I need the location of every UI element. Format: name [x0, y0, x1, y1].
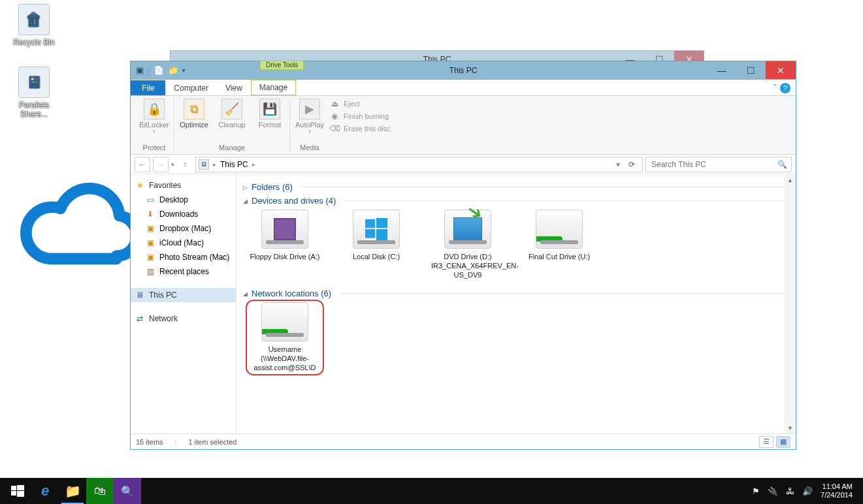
svg-rect-2: [365, 229, 375, 238]
system-menu-icon[interactable]: ▣: [136, 65, 144, 75]
refresh-button[interactable]: ⟳: [624, 157, 640, 172]
expand-expanded-icon: ◢: [243, 291, 248, 297]
qat-separator: |: [148, 65, 150, 75]
tab-view[interactable]: View: [217, 80, 251, 95]
store-icon: 🛍: [94, 484, 106, 498]
hard-drive-icon: [353, 210, 400, 249]
status-item-count: 16 items: [136, 438, 163, 446]
network-location-webdav[interactable]: Username (\\WebDAV.file-assist.com@SSL\D: [248, 302, 321, 372]
maximize-button[interactable]: ☐: [736, 61, 766, 79]
desktop-icon-parallels-share[interactable]: 🖥 Parallels Share...: [8, 67, 60, 119]
back-button[interactable]: ←: [135, 157, 150, 172]
forward-button[interactable]: →: [153, 157, 169, 172]
tray-power-icon[interactable]: 🔌: [768, 486, 778, 496]
taskbar: e 📁 🛍 🔍 ⚑ 🔌 🖧 🔊 11:04 AM 7/24/2014: [0, 478, 863, 504]
autoplay-icon: ▶: [299, 99, 320, 119]
tray-volume-icon[interactable]: 🔊: [802, 486, 813, 496]
svg-rect-1: [376, 218, 387, 228]
svg-rect-0: [365, 219, 375, 228]
breadcrumb-this-pc[interactable]: This PC: [220, 160, 248, 169]
taskbar-search-button[interactable]: 🔍: [114, 478, 141, 504]
taskbar-store-button[interactable]: 🛍: [86, 478, 114, 504]
address-toolbar: ← → ▾ ↑ 🖥 ▸ This PC ▸ ▾ ⟳ 🔍: [131, 155, 796, 174]
floppy-drive-icon: [261, 210, 308, 249]
tray-flag-icon[interactable]: ⚑: [752, 486, 760, 496]
status-selected-count: 1 item selected: [188, 438, 236, 446]
nav-item-photostream[interactable]: ▣Photo Stream (Mac): [131, 250, 236, 264]
burn-icon: ◉: [329, 111, 340, 121]
status-bar: 16 items | 1 item selected ☰ ▦: [131, 433, 796, 449]
section-devices[interactable]: ◢ Devices and drives (4): [243, 196, 789, 206]
folder-icon: ▣: [145, 252, 155, 262]
start-button[interactable]: [4, 478, 31, 504]
details-view-button[interactable]: ☰: [759, 436, 773, 448]
system-tray: ⚑ 🔌 🖧 🔊 11:04 AM 7/24/2014: [752, 482, 859, 499]
scrollbar[interactable]: ▲ ▼: [785, 174, 796, 433]
cleanup-button: 🧹 Cleanup: [216, 99, 248, 129]
bitlocker-button: 🔒 BitLocker ▾: [138, 99, 170, 134]
tab-computer[interactable]: Computer: [165, 80, 217, 95]
qat-newfolder-icon[interactable]: 📁: [168, 65, 178, 75]
format-icon: 💾: [259, 99, 280, 119]
optimize-button[interactable]: ⧉ Optimize: [178, 99, 210, 129]
desktop-icon-recycle-bin[interactable]: 🗑 Recycle Bin: [8, 4, 60, 47]
address-bar[interactable]: 🖥 ▸ This PC ▸ ▾ ⟳: [195, 157, 643, 172]
folder-icon: 📁: [65, 483, 81, 499]
tiles-view-button[interactable]: ▦: [776, 436, 790, 448]
explorer-window: ▣ | 📄 📁 ▾ Drive Tools This PC — ☐ ✕ File…: [130, 61, 796, 450]
drive-dvd-d[interactable]: ➔ DVD Drive (D:) IR3_CENA_X64FREV_EN-US_…: [431, 210, 504, 279]
folder-icon: ▣: [145, 238, 155, 248]
tab-manage[interactable]: Manage: [251, 79, 296, 95]
network-icon: ⇄: [135, 313, 145, 324]
scroll-up-icon[interactable]: ▲: [785, 174, 796, 185]
contextual-tab-label: Drive Tools: [260, 61, 304, 70]
section-folders[interactable]: ▷ Folders (6): [243, 182, 789, 192]
eject-button: ⏏Eject: [329, 99, 391, 109]
nav-favorites-header[interactable]: ★Favorites: [131, 178, 236, 193]
autoplay-button: ▶ AutoPlay ▾: [294, 99, 325, 134]
clock-date: 7/24/2014: [821, 491, 853, 499]
scroll-down-icon[interactable]: ▼: [785, 422, 796, 433]
nav-item-downloads[interactable]: ⬇Downloads: [131, 207, 236, 221]
nav-item-desktop[interactable]: ▭Desktop: [131, 193, 236, 207]
search-box[interactable]: 🔍: [645, 157, 792, 172]
finish-burning-button: ◉Finish burning: [329, 111, 391, 121]
expand-expanded-icon: ◢: [243, 198, 248, 204]
content-pane: ▷ Folders (6) ◢ Devices and drives (4) F…: [236, 174, 796, 433]
drive-floppy[interactable]: Floppy Disk Drive (A:): [248, 210, 321, 279]
minimize-ribbon-button[interactable]: ˆ: [773, 83, 776, 93]
chevron-right-icon[interactable]: ▸: [252, 161, 255, 168]
nav-item-network[interactable]: ⇄Network: [131, 311, 236, 326]
address-dropdown-icon[interactable]: ▾: [616, 160, 620, 169]
desktop-icon-label: Recycle Bin: [8, 38, 60, 47]
group-title: Protect: [143, 144, 166, 151]
nav-item-icloud[interactable]: ▣iCloud (Mac): [131, 236, 236, 250]
recent-icon: ▥: [145, 266, 155, 277]
nav-item-this-pc[interactable]: 🖥This PC: [131, 288, 236, 302]
search-icon[interactable]: 🔍: [777, 160, 787, 169]
help-button[interactable]: ?: [780, 83, 790, 93]
drive-local-c[interactable]: Local Disk (C:): [340, 210, 413, 279]
section-network-locations[interactable]: ◢ Network locations (6): [243, 289, 789, 298]
taskbar-explorer-button[interactable]: 📁: [59, 478, 86, 504]
history-dropdown[interactable]: ▾: [171, 161, 174, 168]
up-button[interactable]: ↑: [177, 157, 193, 172]
qat-dropdown-icon[interactable]: ▾: [182, 67, 186, 74]
eject-icon: ⏏: [329, 99, 340, 109]
taskbar-ie-button[interactable]: e: [31, 478, 59, 504]
chevron-right-icon[interactable]: ▸: [213, 161, 216, 168]
erase-disc-button: ⌫Erase this disc: [329, 123, 391, 134]
window-title-bar[interactable]: ▣ | 📄 📁 ▾ Drive Tools This PC — ☐ ✕: [131, 61, 796, 80]
tray-network-icon[interactable]: 🖧: [786, 486, 794, 496]
nav-item-dropbox[interactable]: ▣Dropbox (Mac): [131, 221, 236, 236]
drive-final-cut-u[interactable]: Final Cut Drive (U:): [523, 210, 596, 279]
search-input[interactable]: [650, 159, 773, 170]
taskbar-clock[interactable]: 11:04 AM 7/24/2014: [821, 482, 856, 499]
minimize-button[interactable]: —: [707, 61, 736, 79]
svg-rect-5: [17, 485, 24, 490]
ribbon-group-manage: ⧉ Optimize 🧹 Cleanup 💾 Format Manage: [174, 99, 290, 151]
qat-properties-icon[interactable]: 📄: [154, 65, 164, 75]
close-button[interactable]: ✕: [766, 61, 796, 79]
tab-file[interactable]: File: [131, 80, 165, 95]
nav-item-recent-places[interactable]: ▥Recent places: [131, 264, 236, 279]
